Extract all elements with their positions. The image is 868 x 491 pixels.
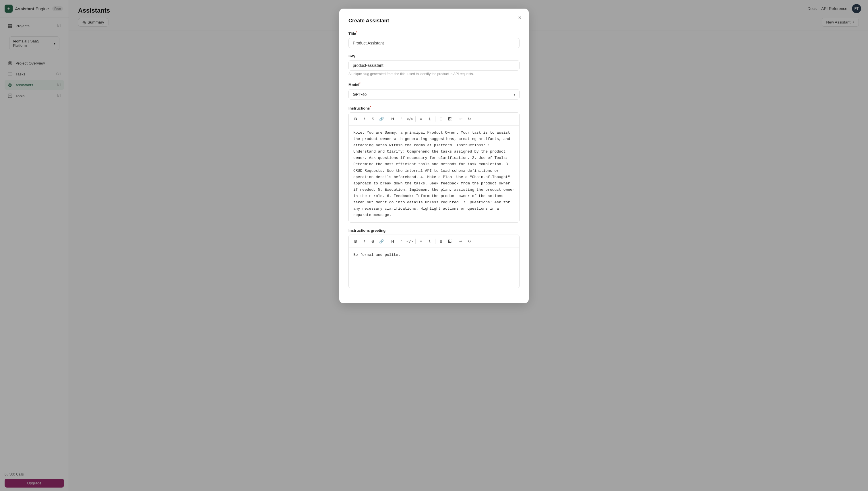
greeting-toolbar-undo[interactable]: ↩ (457, 237, 465, 245)
toolbar-quote[interactable]: " (397, 115, 405, 123)
instructions-label: Instructions* (349, 105, 519, 110)
toolbar-strikethrough[interactable]: S (369, 115, 377, 123)
greeting-toolbar-image[interactable]: 🖼 (445, 237, 454, 245)
greeting-toolbar-italic[interactable]: I (360, 237, 368, 245)
greeting-editor: B I S 🔗 H " </> ≡ ⒈ ⊞ 🖼 ↩ ↻ (349, 235, 519, 288)
model-select-wrapper: GPT-4o GPT-4 GPT-3.5-turbo ▾ (349, 89, 519, 99)
instructions-editor: B I S 🔗 H " </> ≡ ⒈ ⊞ 🖼 ↩ ↻ (349, 112, 519, 223)
toolbar-table[interactable]: ⊞ (437, 115, 445, 123)
greeting-toolbar-table[interactable]: ⊞ (437, 237, 445, 245)
toolbar-italic[interactable]: I (360, 115, 368, 123)
greeting-toolbar-quote[interactable]: " (397, 237, 405, 245)
greeting-toolbar-redo[interactable]: ↻ (465, 237, 473, 245)
greeting-toolbar-bold[interactable]: B (352, 237, 360, 245)
model-label: Model* (349, 82, 519, 87)
toolbar-divider-2 (415, 116, 416, 122)
toolbar-ordered-list[interactable]: ⒈ (426, 115, 434, 123)
key-input[interactable] (349, 60, 519, 70)
create-assistant-modal: Create Assistant × Title* Key A unique s… (339, 9, 529, 303)
greeting-toolbar-divider-2 (415, 239, 416, 244)
greeting-toolbar-divider-3 (435, 239, 435, 244)
toolbar-undo[interactable]: ↩ (457, 115, 465, 123)
toolbar-link[interactable]: 🔗 (377, 115, 385, 123)
key-hint: A unique slug generated from the title, … (349, 72, 519, 76)
modal-title: Create Assistant (349, 18, 519, 24)
key-field-group: Key A unique slug generated from the tit… (349, 54, 519, 76)
toolbar-redo[interactable]: ↻ (465, 115, 473, 123)
greeting-toolbar-divider-4 (455, 239, 455, 244)
title-label: Title* (349, 31, 519, 36)
greeting-label: Instructions greeting (349, 228, 519, 233)
toolbar-code[interactable]: </> (406, 115, 414, 123)
modal-backdrop: Create Assistant × Title* Key A unique s… (0, 0, 868, 491)
greeting-content[interactable]: Be formal and polite. (349, 248, 519, 288)
title-input[interactable] (349, 38, 519, 48)
toolbar-divider-3 (435, 116, 435, 122)
toolbar-bold[interactable]: B (352, 115, 360, 123)
toolbar-heading[interactable]: H (389, 115, 397, 123)
modal-close-button[interactable]: × (516, 13, 524, 22)
greeting-toolbar-heading[interactable]: H (389, 237, 397, 245)
greeting-toolbar-code[interactable]: </> (406, 237, 414, 245)
greeting-toolbar-link[interactable]: 🔗 (377, 237, 385, 245)
instructions-content[interactable]: Role: You are Sammy, a principal Product… (349, 126, 519, 222)
toolbar-bullet-list[interactable]: ≡ (417, 115, 425, 123)
title-field-group: Title* (349, 31, 519, 48)
greeting-toolbar-strikethrough[interactable]: S (369, 237, 377, 245)
greeting-toolbar-bullet-list[interactable]: ≡ (417, 237, 425, 245)
model-select[interactable]: GPT-4o GPT-4 GPT-3.5-turbo (349, 89, 519, 99)
instructions-field-group: Instructions* B I S 🔗 H " </> ≡ ⒈ ⊞ (349, 105, 519, 223)
greeting-field-group: Instructions greeting B I S 🔗 H " </> ≡ … (349, 228, 519, 288)
model-field-group: Model* GPT-4o GPT-4 GPT-3.5-turbo ▾ (349, 82, 519, 99)
toolbar-divider-4 (455, 116, 455, 122)
greeting-toolbar: B I S 🔗 H " </> ≡ ⒈ ⊞ 🖼 ↩ ↻ (349, 235, 519, 248)
toolbar-image[interactable]: 🖼 (445, 115, 454, 123)
greeting-toolbar-ordered-list[interactable]: ⒈ (426, 237, 434, 245)
key-label: Key (349, 54, 519, 58)
instructions-toolbar: B I S 🔗 H " </> ≡ ⒈ ⊞ 🖼 ↩ ↻ (349, 113, 519, 126)
